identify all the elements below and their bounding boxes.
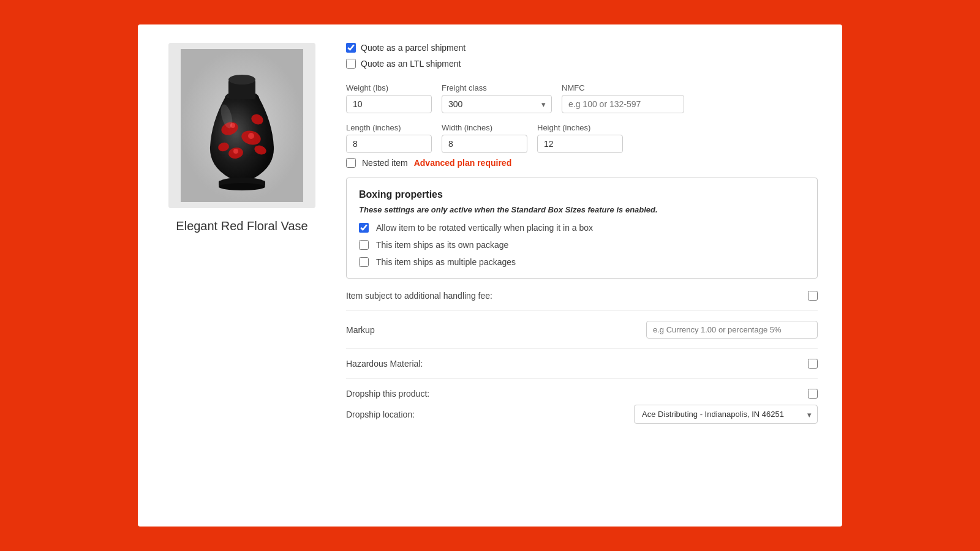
markup-row: Markup: [346, 321, 818, 349]
markup-input[interactable]: [646, 321, 818, 339]
boxing-option-1: Allow item to be rotated vertically when…: [359, 223, 805, 233]
dropship-location-select[interactable]: Ace Distributing - Indianapolis, IN 4625…: [634, 405, 818, 424]
weight-group: Weight (lbs): [346, 83, 432, 113]
dropship-product-row: Dropship this product:: [346, 389, 818, 399]
length-label: Length (inches): [346, 123, 432, 132]
svg-point-20: [219, 183, 265, 190]
boxing-subtitle: These settings are only active when the …: [359, 205, 805, 214]
product-title: Elegant Red Floral Vase: [176, 219, 307, 233]
boxing-option-2: This item ships as its own package: [359, 240, 805, 250]
nested-row: Nested item Advanced plan required: [346, 158, 818, 168]
product-image-container: [168, 43, 315, 208]
svg-point-16: [233, 149, 238, 154]
height-input[interactable]: [537, 135, 623, 153]
quote-ltl-label: Quote as an LTL shipment: [361, 59, 461, 69]
quote-ltl-checkbox[interactable]: [346, 59, 356, 69]
freight-class-group: Freight class 300 50 55 60 65 70 85 100 …: [442, 83, 552, 113]
right-panel: Quote as a parcel shipment Quote as an L…: [346, 43, 818, 508]
boxing-option-1-label: Allow item to be rotated vertically when…: [376, 223, 593, 233]
dropship-location-label: Dropship location:: [346, 410, 415, 419]
quote-parcel-label: Quote as a parcel shipment: [361, 43, 466, 53]
quote-parcel-row: Quote as a parcel shipment: [346, 43, 818, 53]
boxing-option-3: This item ships as multiple packages: [359, 257, 805, 267]
boxing-option-2-label: This item ships as its own package: [376, 240, 508, 250]
height-label: Height (inches): [537, 123, 623, 132]
weight-input[interactable]: [346, 95, 432, 113]
dropship-section: Dropship this product: Dropship location…: [346, 389, 818, 424]
fields-section: Weight (lbs) Freight class 300 50 55 60 …: [346, 83, 818, 153]
nmfc-label: NMFC: [562, 83, 684, 92]
dropship-product-label: Dropship this product:: [346, 389, 429, 399]
field-row-1: Weight (lbs) Freight class 300 50 55 60 …: [346, 83, 818, 113]
handling-fee-checkbox[interactable]: [808, 291, 818, 301]
field-row-2: Length (inches) Width (inches) Height (i…: [346, 123, 818, 153]
width-group: Width (inches): [442, 123, 527, 153]
quote-ltl-row: Quote as an LTL shipment: [346, 59, 818, 69]
hazmat-label: Hazardous Material:: [346, 359, 423, 369]
boxing-option-3-label: This item ships as multiple packages: [376, 257, 516, 267]
nmfc-input[interactable]: [562, 95, 684, 113]
nested-item-label: Nested item: [362, 158, 408, 168]
markup-label: Markup: [346, 325, 375, 335]
dropship-location-select-wrapper: Ace Distributing - Indianapolis, IN 4625…: [634, 405, 818, 424]
dropship-product-checkbox[interactable]: [808, 389, 818, 399]
handling-fee-row: Item subject to additional handling fee:: [346, 291, 818, 311]
boxing-properties: Boxing properties These settings are onl…: [346, 178, 818, 279]
nested-item-checkbox[interactable]: [346, 158, 356, 168]
hazmat-checkbox[interactable]: [808, 359, 818, 369]
product-image: [181, 49, 303, 202]
quote-parcel-checkbox[interactable]: [346, 43, 356, 53]
svg-point-3: [228, 75, 255, 84]
boxing-title: Boxing properties: [359, 189, 805, 200]
main-card: Elegant Red Floral Vase Quote as a parce…: [138, 24, 842, 527]
boxing-option-2-checkbox[interactable]: [359, 240, 369, 250]
freight-class-select-wrapper: 300 50 55 60 65 70 85 100 125 150 175 20…: [442, 95, 552, 113]
length-input[interactable]: [346, 135, 432, 153]
freight-class-select[interactable]: 300 50 55 60 65 70 85 100 125 150 175 20…: [442, 95, 552, 113]
length-group: Length (inches): [346, 123, 432, 153]
boxing-option-3-checkbox[interactable]: [359, 257, 369, 267]
left-panel: Elegant Red Floral Vase: [162, 43, 322, 508]
height-group: Height (inches): [537, 123, 623, 153]
freight-class-label: Freight class: [442, 83, 552, 92]
nmfc-group: NMFC: [562, 83, 684, 113]
advanced-plan-badge: Advanced plan required: [414, 158, 511, 168]
boxing-option-1-checkbox[interactable]: [359, 223, 369, 233]
svg-point-15: [248, 133, 254, 139]
hazmat-row: Hazardous Material:: [346, 359, 818, 379]
width-label: Width (inches): [442, 123, 527, 132]
dropship-location-row: Dropship location: Ace Distributing - In…: [346, 405, 818, 424]
weight-label: Weight (lbs): [346, 83, 432, 92]
handling-fee-label: Item subject to additional handling fee:: [346, 291, 492, 301]
width-input[interactable]: [442, 135, 527, 153]
